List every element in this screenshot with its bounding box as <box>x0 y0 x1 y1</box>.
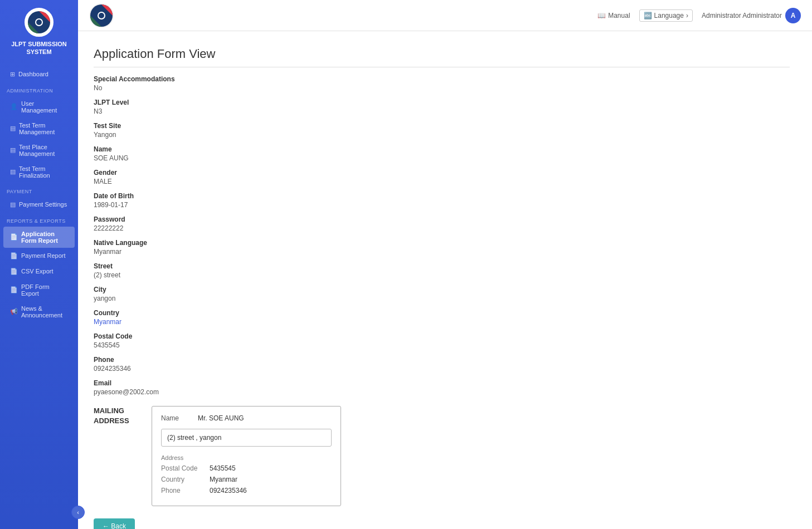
topbar-logo-svg <box>90 4 113 27</box>
language-button[interactable]: 🔤 Language › <box>639 9 693 22</box>
app-title: JLPT SUBMISSIONSYSTEM <box>11 40 67 56</box>
sidebar-item-test-term-management[interactable]: ▤ Test Term Management <box>3 118 75 139</box>
sidebar-item-label: Application Form Report <box>21 231 68 244</box>
field-special-accommodations: Special Accommodations No <box>94 75 790 92</box>
mailing-phone-label: Phone <box>161 487 203 494</box>
field-label: Test Site <box>94 122 790 130</box>
field-label: Gender <box>94 169 790 177</box>
chevron-right-icon: › <box>686 12 688 19</box>
field-value: 5435545 <box>94 341 790 349</box>
manual-label: Manual <box>608 12 630 19</box>
field-postal-code: Postal Code 5435545 <box>94 332 790 349</box>
mailing-postal-label: Postal Code <box>161 464 203 472</box>
field-label: Native Language <box>94 239 790 247</box>
field-date-of-birth: Date of Birth 1989-01-17 <box>94 192 790 209</box>
field-label: Postal Code <box>94 332 790 340</box>
mailing-name-row: Name Mr. SOE AUNG <box>161 414 332 422</box>
finalization-icon: ▤ <box>10 168 16 175</box>
mailing-section-label: MAILING ADDRESS <box>94 406 138 426</box>
field-label: City <box>94 286 790 293</box>
user-icon: 👤 <box>10 103 18 110</box>
sidebar-nav: ⊞ Dashboard ADMINISTRATION 👤 User Manage… <box>0 66 78 323</box>
field-label: Email <box>94 379 790 387</box>
logo-circle <box>25 8 54 37</box>
sidebar-item-label: PDF Form Export <box>21 283 68 297</box>
field-value: 22222222 <box>94 224 790 232</box>
section-label-administration: ADMINISTRATION <box>0 82 78 96</box>
svg-point-6 <box>99 13 104 18</box>
field-label: Phone <box>94 356 790 364</box>
sidebar-item-payment-settings[interactable]: ▤ Payment Settings <box>3 197 75 212</box>
topbar-logo <box>89 3 114 28</box>
mailing-country-label: Country <box>161 476 203 483</box>
language-label: Language <box>654 12 684 19</box>
section-label-reports: REPORTS & EXPORTS <box>0 213 78 226</box>
field-jlpt-level: JLPT Level N3 <box>94 99 790 115</box>
mailing-box: Name Mr. SOE AUNG (2) street , yangon Ad… <box>152 406 341 506</box>
sidebar-item-csv-export[interactable]: 📄 CSV Export <box>3 264 75 279</box>
sidebar-logo: JLPT SUBMISSIONSYSTEM <box>6 0 72 62</box>
field-label: Name <box>94 145 790 153</box>
sidebar-item-news-announcement[interactable]: 📢 News & Announcement <box>3 301 75 322</box>
sidebar: JLPT SUBMISSIONSYSTEM ⊞ Dashboard ADMINI… <box>0 0 78 529</box>
field-email: Email pyaesone@2002.com <box>94 379 790 396</box>
mailing-address-section: MAILING ADDRESS Name Mr. SOE AUNG (2) st… <box>94 406 790 506</box>
section-label-payment: PAYMENT <box>0 183 78 197</box>
user-info: Administrator Administrator A <box>702 8 801 23</box>
field-value: (2) street <box>94 271 790 279</box>
user-avatar: A <box>785 8 801 23</box>
sidebar-item-label: Test Term Finalization <box>19 165 68 179</box>
mailing-postal-row: Postal Code 5435545 <box>161 464 332 472</box>
field-label: Country <box>94 309 790 317</box>
field-value: SOE AUNG <box>94 154 790 162</box>
field-test-site: Test Site Yangon <box>94 122 790 139</box>
field-value: Myanmar <box>94 248 790 256</box>
field-country: Country Myanmar <box>94 309 790 326</box>
manual-button[interactable]: 📖 Manual <box>597 12 630 19</box>
mailing-postal-value: 5435545 <box>210 464 236 472</box>
back-button[interactable]: ← Back <box>94 518 135 529</box>
sidebar-item-label: News & Announcement <box>21 305 68 319</box>
field-value: No <box>94 84 790 92</box>
mailing-address-label: Address <box>161 454 332 461</box>
mailing-phone-row: Phone 0924235346 <box>161 487 332 494</box>
test-term-icon: ▤ <box>10 125 16 132</box>
sidebar-item-dashboard[interactable]: ⊞ Dashboard <box>3 67 75 82</box>
sidebar-item-label: Payment Report <box>21 252 65 259</box>
pdf-icon: 📄 <box>10 286 18 293</box>
field-label: Date of Birth <box>94 192 790 200</box>
field-value: MALE <box>94 178 790 185</box>
logo-svg <box>26 9 52 35</box>
mailing-name-value: Mr. SOE AUNG <box>198 414 244 422</box>
mailing-country-value: Myanmar <box>210 476 237 483</box>
dashboard-icon: ⊞ <box>10 71 15 78</box>
sidebar-item-label: Test Term Management <box>19 122 68 135</box>
field-name: Name SOE AUNG <box>94 145 790 162</box>
sidebar-item-test-term-finalization[interactable]: ▤ Test Term Finalization <box>3 161 75 183</box>
csv-icon: 📄 <box>10 268 18 275</box>
payment-settings-icon: ▤ <box>10 201 16 208</box>
field-label: JLPT Level <box>94 99 790 106</box>
test-place-icon: ▤ <box>10 146 16 154</box>
mailing-phone-value: 0924235346 <box>210 487 247 494</box>
sidebar-item-label: User Management <box>21 100 68 114</box>
mailing-address-text: (2) street , yangon <box>161 429 332 447</box>
sidebar-item-test-place-management[interactable]: ▤ Test Place Management <box>3 140 75 161</box>
sidebar-item-pdf-form-export[interactable]: 📄 PDF Form Export <box>3 280 75 301</box>
sidebar-item-user-management[interactable]: 👤 User Management <box>3 96 75 117</box>
sidebar-item-application-form-report[interactable]: 📄 Application Form Report <box>3 227 75 248</box>
field-label: Special Accommodations <box>94 75 790 83</box>
field-city: City yangon <box>94 286 790 302</box>
topbar-actions: 📖 Manual 🔤 Language › Administrator Admi… <box>597 8 801 23</box>
payment-report-icon: 📄 <box>10 252 18 259</box>
sidebar-collapse-button[interactable]: ‹ <box>71 506 85 519</box>
field-street: Street (2) street <box>94 262 790 279</box>
sidebar-item-label: CSV Export <box>21 268 53 275</box>
field-label: Street <box>94 262 790 270</box>
field-value: pyaesone@2002.com <box>94 388 790 396</box>
user-name: Administrator Administrator <box>702 12 782 19</box>
sidebar-item-payment-report[interactable]: 📄 Payment Report <box>3 248 75 263</box>
main-area: 📖 Manual 🔤 Language › Administrator Admi… <box>78 0 812 529</box>
field-password: Password 22222222 <box>94 215 790 232</box>
mailing-country-row: Country Myanmar <box>161 476 332 483</box>
